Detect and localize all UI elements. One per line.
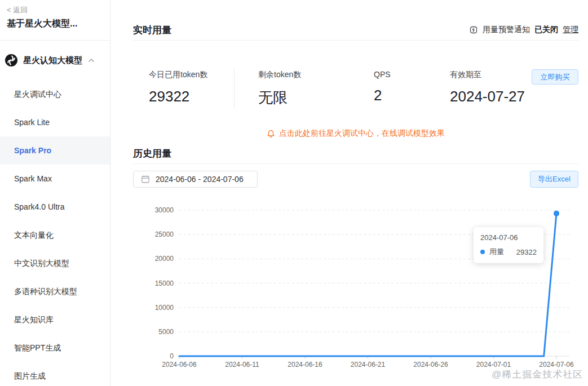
sidebar-item-spark-lite[interactable]: Spark Lite [0, 108, 110, 136]
stat-tokens-remaining: 剩余token数 无限 [258, 70, 301, 108]
tooltip-value: 29322 [516, 248, 537, 256]
svg-text:2024-07-01: 2024-07-01 [476, 361, 511, 369]
sidebar-item-spark-max[interactable]: Spark Max [0, 165, 110, 193]
spark-logo-icon [5, 54, 18, 67]
history-usage-title: 历史用量 [133, 147, 171, 160]
stat-label: 有效期至 [450, 70, 525, 80]
alert-status: 已关闭 [534, 25, 558, 35]
alert-label: 用量预警通知 [483, 25, 530, 35]
sidebar-group-header[interactable]: 星火认知大模型 [5, 52, 106, 69]
svg-text:2024-06-26: 2024-06-26 [413, 361, 448, 369]
svg-text:20000: 20000 [155, 255, 174, 263]
stat-divider [234, 69, 235, 108]
buy-now-button[interactable]: 立即购买 [532, 69, 578, 85]
date-range-picker[interactable]: 2024-06-06 - 2024-07-06 [133, 171, 258, 188]
svg-text:10000: 10000 [155, 304, 174, 312]
svg-text:2024-06-21: 2024-06-21 [351, 361, 386, 369]
alarm-icon [469, 25, 478, 34]
stat-label: QPS [374, 70, 391, 79]
calendar-icon [141, 175, 150, 184]
app-title: 基于星火大模型... [7, 18, 106, 30]
sidebar-divider [0, 40, 110, 41]
sidebar-item--[interactable]: 中文识别大模型 [0, 249, 110, 277]
stat-value: 无限 [258, 88, 301, 108]
stat-label: 剩余token数 [258, 70, 301, 80]
svg-text:2024-06-16: 2024-06-16 [288, 361, 322, 369]
svg-text:30000: 30000 [155, 206, 174, 214]
tooltip-date: 2024-07-06 [480, 233, 537, 242]
svg-text:0: 0 [170, 352, 174, 360]
svg-text:5000: 5000 [158, 328, 174, 336]
sidebar-item--[interactable]: 图片生成 [0, 362, 110, 386]
sidebar-item--[interactable]: 星火调试中心 [0, 80, 110, 108]
sidebar-item--[interactable]: 文本向量化 [0, 221, 110, 249]
series-dot-icon [480, 250, 485, 254]
debug-center-notice-link[interactable]: 点击此处前往星火调试中心，在线调试模型效果 [133, 128, 578, 139]
tooltip-row: 用量 29322 [480, 247, 537, 257]
stat-value: 2 [374, 87, 391, 104]
chevron-up-icon[interactable] [88, 58, 95, 63]
svg-text:15000: 15000 [155, 279, 174, 287]
tooltip-series-name: 用量 [489, 247, 504, 257]
date-range-text: 2024-06-06 - 2024-07-06 [156, 175, 244, 184]
bell-icon [267, 130, 275, 138]
stat-label: 今日已用token数 [149, 70, 207, 80]
notice-text: 点击此处前往星火调试中心，在线调试模型效果 [279, 128, 445, 139]
svg-text:2024-07-06: 2024-07-06 [539, 361, 574, 369]
usage-dashboard: < 返回 基于星火大模型... 星火认知大模型 星火调试中心Spark Lite… [0, 0, 588, 386]
svg-text:2024-06-11: 2024-06-11 [225, 361, 259, 369]
sidebar-item-spark4-0-ultra[interactable]: Spark4.0 Ultra [0, 193, 110, 221]
sidebar-group-label: 星火认知大模型 [23, 55, 82, 66]
svg-text:25000: 25000 [155, 230, 174, 238]
stat-qps: QPS 2 [374, 70, 391, 104]
back-link[interactable]: < 返回 [7, 5, 28, 15]
sidebar-item-spark-pro[interactable]: Spark Pro [0, 136, 110, 165]
sidebar-menu: 星火调试中心Spark LiteSpark ProSpark MaxSpark4… [0, 80, 110, 386]
realtime-usage-title: 实时用量 [133, 24, 171, 37]
sidebar-item--[interactable]: 多语种识别大模型 [0, 277, 110, 305]
watermark: @稀土掘金技术社区 [492, 368, 583, 381]
chart-tooltip: 2024-07-06 用量 29322 [474, 227, 543, 263]
realtime-divider [133, 40, 578, 41]
stat-value: 2024-07-27 [450, 88, 525, 105]
alert-manage-link[interactable]: 管理 [563, 25, 578, 35]
sidebar: < 返回 基于星火大模型... 星火认知大模型 星火调试中心Spark Lite… [0, 0, 110, 386]
stat-expiry: 有效期至 2024-07-27 [450, 70, 525, 105]
history-divider [133, 163, 578, 164]
sidebar-item--ppt-[interactable]: 智能PPT生成 [0, 334, 110, 362]
sidebar-item--[interactable]: 星火知识库 [0, 305, 110, 334]
stat-tokens-used: 今日已用token数 29322 [149, 70, 207, 105]
export-excel-button[interactable]: 导出Excel [530, 171, 578, 188]
svg-text:2024-06-06: 2024-06-06 [162, 361, 197, 369]
usage-alert-cluster: 用量预警通知 已关闭 管理 [469, 25, 578, 35]
stat-value: 29322 [149, 88, 207, 105]
